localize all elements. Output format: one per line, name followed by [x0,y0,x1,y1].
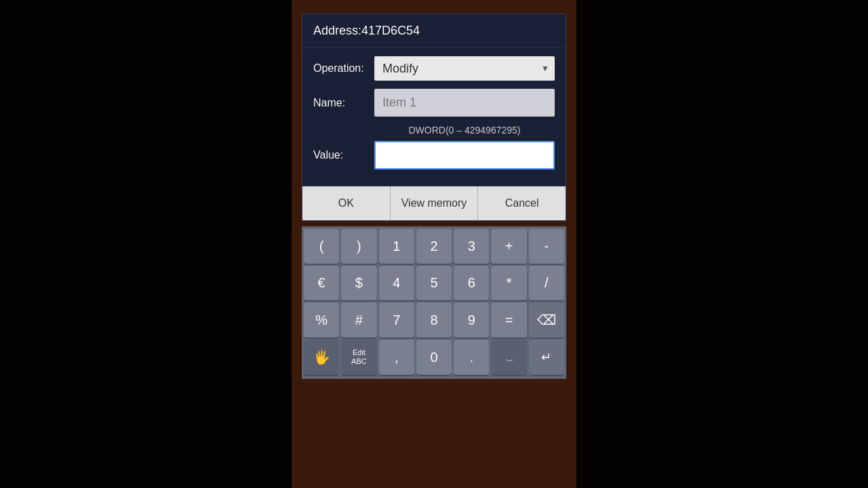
key-comma[interactable]: , [379,340,414,375]
key-dollar[interactable]: $ [341,266,376,300]
key-slash[interactable]: / [529,266,564,300]
keyboard-row-3: % # 7 8 9 = ⌫ [302,302,566,338]
key-5[interactable]: 5 [416,266,452,300]
keyboard-row-1: ( ) 1 2 3 + - [302,229,566,264]
value-label: Value: [313,149,374,161]
key-minus[interactable]: - [529,229,564,264]
dialog-title: Address:417D6C54 [302,14,566,48]
key-close-paren[interactable]: ) [341,229,376,264]
left-dark-panel [0,0,292,488]
key-percent[interactable]: % [304,302,339,338]
key-period[interactable]: . [454,340,489,375]
keyboard-row-2: € $ 4 5 6 * / [302,266,566,300]
key-3[interactable]: 3 [454,229,489,264]
center-panel: Address:417D6C54 Operation: Modify ▼ Nam… [292,0,576,488]
key-backspace[interactable]: ⌫ [529,302,564,338]
view-memory-button[interactable]: View memory [391,186,479,220]
ok-button[interactable]: OK [302,186,391,220]
key-open-paren[interactable]: ( [304,229,339,264]
value-input[interactable] [374,141,555,169]
key-edit-abc[interactable]: EditABC [341,340,376,375]
key-6[interactable]: 6 [454,266,489,300]
key-equals[interactable]: = [491,302,526,338]
key-0[interactable]: 0 [416,340,452,375]
operation-select[interactable]: Modify [374,56,555,81]
value-row: Value: [313,141,555,169]
name-label: Name: [313,97,374,109]
backspace-icon: ⌫ [537,312,556,327]
keyboard: ( ) 1 2 3 + - € $ 4 5 6 * / % # 7 8 9 = [302,226,566,379]
dword-info: DWORD(0 – 4294967295) [313,125,555,136]
edit-dialog: Address:417D6C54 Operation: Modify ▼ Nam… [302,14,566,221]
key-2[interactable]: 2 [416,229,452,264]
key-hash[interactable]: # [341,302,376,338]
key-plus[interactable]: + [491,229,526,264]
key-4[interactable]: 4 [379,266,414,300]
key-asterisk[interactable]: * [491,266,526,300]
operation-select-wrapper: Modify ▼ [374,56,555,81]
key-enter[interactable]: ↵ [529,340,564,375]
key-emoji[interactable]: 🖐 [304,340,339,375]
keyboard-row-4: 🖐 EditABC , 0 . ⎵ ↵ [302,340,566,375]
key-space[interactable]: ⎵ [491,340,526,375]
right-dark-panel [576,0,868,488]
dialog-button-row: OK View memory Cancel [302,186,566,220]
name-input[interactable] [374,89,555,117]
key-1[interactable]: 1 [379,229,414,264]
operation-label: Operation: [313,62,374,75]
cancel-button[interactable]: Cancel [478,186,566,220]
key-7[interactable]: 7 [379,302,414,338]
key-9[interactable]: 9 [454,302,489,338]
key-euro[interactable]: € [304,266,339,300]
dialog-content: Operation: Modify ▼ Name: DWORD(0 – 4294… [302,48,566,186]
name-row: Name: [313,89,555,117]
operation-row: Operation: Modify ▼ [313,56,555,81]
key-8[interactable]: 8 [416,302,452,338]
